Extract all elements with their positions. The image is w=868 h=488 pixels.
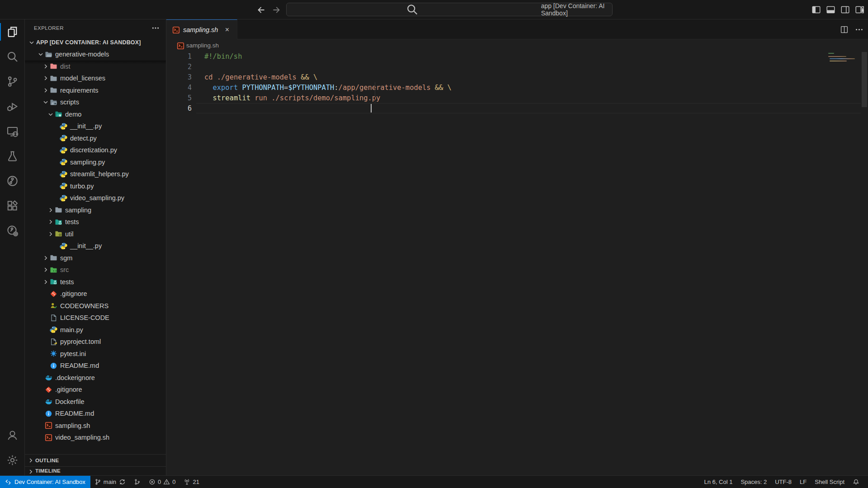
tree-file-codeowners[interactable]: CODEOWNERS bbox=[25, 300, 166, 312]
git-branch-status[interactable]: main bbox=[90, 476, 118, 488]
customize-layout-button[interactable] bbox=[855, 5, 864, 14]
tree-file--gitignore[interactable]: .gitignore bbox=[25, 288, 166, 300]
tree-file-main-py[interactable]: main.py bbox=[25, 324, 166, 336]
views-and-more-actions-button[interactable] bbox=[151, 24, 160, 32]
code-line-4[interactable]: 4 export PYTHONPATH=$PYTHONPATH:/app/gen… bbox=[166, 82, 868, 93]
chevron-down-icon bbox=[42, 99, 49, 106]
tree-folder-scripts[interactable]: scripts bbox=[25, 96, 166, 108]
activity-bar bbox=[0, 19, 25, 475]
tree-item-label: model_licenses bbox=[60, 75, 105, 82]
more-actions-icon[interactable] bbox=[855, 25, 863, 34]
tree-folder-tests[interactable]: tests bbox=[25, 276, 166, 288]
tree-folder-sampling[interactable]: sampling bbox=[25, 204, 166, 216]
notifications-bell[interactable] bbox=[849, 476, 863, 488]
code-editor[interactable]: 1#!/bin/sh23cd ./generative-models && \4… bbox=[166, 51, 868, 475]
tree-file-video-sampling-py[interactable]: video_sampling.py bbox=[25, 192, 166, 204]
tree-folder-util[interactable]: util bbox=[25, 228, 166, 240]
tree-file-license-code[interactable]: LICENSE-CODE bbox=[25, 312, 166, 324]
breadcrumb-file-item[interactable]: sampling.sh bbox=[186, 42, 219, 49]
git-sync-button[interactable] bbox=[118, 476, 130, 488]
tree-folder-dist[interactable]: dist bbox=[25, 61, 166, 73]
tree-file-dockerfile[interactable]: Dockerfile bbox=[25, 396, 166, 408]
tree-file-sampling-sh[interactable]: sampling.sh bbox=[25, 420, 166, 432]
activity-bar-item-settings[interactable] bbox=[0, 448, 24, 473]
tab-bar: sampling.sh × bbox=[166, 19, 868, 39]
tree-file--init-py[interactable]: __init__.py bbox=[25, 120, 166, 132]
remote-label: Dev Container: AI Sandbox bbox=[14, 479, 85, 485]
tree-file-readme-md[interactable]: README.md bbox=[25, 408, 166, 420]
activity-bar-item-accounts[interactable] bbox=[0, 423, 24, 448]
indent-guide bbox=[375, 82, 375, 103]
language-mode-status[interactable]: Shell Script bbox=[811, 476, 849, 488]
tree-file-turbo-py[interactable]: turbo.py bbox=[25, 180, 166, 192]
activity-bar-item-gitlens-inspect[interactable] bbox=[0, 218, 24, 243]
tree-file--dockerignore[interactable]: .dockerignore bbox=[25, 372, 166, 384]
tree-file-discretization-py[interactable]: discretization.py bbox=[25, 144, 166, 156]
shell-icon bbox=[45, 422, 52, 429]
tree-file-sampling-py[interactable]: sampling.py bbox=[25, 156, 166, 169]
tree-folder-sgm[interactable]: sgm bbox=[25, 252, 166, 264]
activity-bar-item-gitlens[interactable] bbox=[0, 169, 24, 193]
split-editor-icon[interactable] bbox=[840, 25, 849, 34]
command-center-search[interactable]: app [Dev Container: AI Sandbox] bbox=[286, 3, 613, 16]
tree-file-detect-py[interactable]: detect.py bbox=[25, 132, 166, 145]
forwarded-ports-status[interactable]: 21 bbox=[179, 476, 203, 488]
code-text: #!/bin/sh bbox=[192, 52, 242, 61]
code-line-3[interactable]: 3cd ./generative-models && \ bbox=[166, 72, 868, 82]
folder-open-gray-icon bbox=[45, 51, 52, 58]
code-line-6[interactable]: 6 bbox=[166, 103, 868, 113]
code-line-5[interactable]: 5 streamlit run ./scripts/demo/sampling.… bbox=[166, 93, 868, 103]
tree-file-streamlit-helpers-py[interactable]: streamlit_helpers.py bbox=[25, 168, 166, 180]
activity-bar-item-extensions[interactable] bbox=[0, 193, 24, 218]
tab-sampling-sh[interactable]: sampling.sh × bbox=[166, 19, 237, 39]
tree-item-label: dist bbox=[60, 63, 71, 70]
toggle-secondary-sidebar-button[interactable] bbox=[840, 5, 850, 14]
toggle-panel-button[interactable] bbox=[826, 5, 835, 14]
tree-file-pytest-ini[interactable]: pytest.ini bbox=[25, 348, 166, 360]
problems-status[interactable]: 0 0 bbox=[145, 476, 179, 488]
timeline-section-header[interactable]: TIMELINE bbox=[25, 466, 166, 475]
close-tab-icon[interactable]: × bbox=[222, 25, 231, 34]
activity-bar-item-search[interactable] bbox=[0, 44, 24, 69]
activity-bar-item-explorer[interactable] bbox=[0, 19, 24, 44]
tree-folder-model-licenses[interactable]: model_licenses bbox=[25, 72, 166, 84]
tree-folder-src[interactable]: src bbox=[25, 264, 166, 276]
tree-file-pyproject-toml[interactable]: pyproject.toml bbox=[25, 336, 166, 348]
tree-file-readme-md[interactable]: README.md bbox=[25, 360, 166, 372]
tree-folder-requirements[interactable]: requirements bbox=[25, 84, 166, 97]
activity-bar-item-source-control[interactable] bbox=[0, 69, 24, 94]
codeowners-icon bbox=[50, 302, 57, 310]
status-bar: Dev Container: AI Sandbox main 0 0 21 bbox=[0, 475, 868, 488]
remote-indicator[interactable]: Dev Container: AI Sandbox bbox=[0, 476, 90, 488]
eol-status[interactable]: LF bbox=[796, 476, 811, 488]
tree-item-label: sampling.py bbox=[70, 159, 105, 166]
tree-folder-tests[interactable]: tests bbox=[25, 216, 166, 228]
activity-bar-item-remote-explorer[interactable] bbox=[0, 119, 24, 144]
gitlens-status[interactable] bbox=[130, 476, 145, 488]
indentation-status[interactable]: Spaces: 2 bbox=[736, 476, 771, 488]
python-icon bbox=[60, 122, 67, 130]
back-arrow-button[interactable] bbox=[256, 5, 266, 15]
encoding-status[interactable]: UTF-8 bbox=[771, 476, 796, 488]
tree-file--gitignore[interactable]: .gitignore bbox=[25, 384, 166, 396]
workspace-root-row[interactable]: APP [DEV CONTAINER: AI SANDBOX] bbox=[25, 37, 166, 48]
account-icon bbox=[6, 429, 19, 441]
tree-file-video-sampling-sh[interactable]: video_sampling.sh bbox=[25, 432, 166, 444]
outline-section-header[interactable]: OUTLINE bbox=[25, 454, 166, 466]
tree-folder-generative-models[interactable]: generative-models bbox=[25, 48, 166, 61]
tree-item-label: .dockerignore bbox=[55, 374, 95, 381]
toggle-primary-sidebar-button[interactable] bbox=[811, 5, 821, 14]
editor-scrollbar[interactable] bbox=[862, 52, 867, 107]
warning-count: 0 bbox=[172, 479, 175, 485]
activity-bar-item-run-debug[interactable] bbox=[0, 94, 24, 119]
code-line-2[interactable]: 2 bbox=[166, 61, 868, 72]
command-center-label: app [Dev Container: AI Sandbox] bbox=[541, 2, 612, 17]
text-cursor bbox=[371, 104, 372, 113]
cursor-position-status[interactable]: Ln 6, Col 1 bbox=[700, 476, 737, 488]
code-line-1[interactable]: 1#!/bin/sh bbox=[166, 51, 868, 61]
minimap[interactable] bbox=[826, 51, 859, 114]
tree-file--init-py[interactable]: __init__.py bbox=[25, 240, 166, 252]
forward-arrow-button[interactable] bbox=[272, 5, 282, 15]
activity-bar-item-testing[interactable] bbox=[0, 144, 24, 169]
tree-folder-demo[interactable]: demo bbox=[25, 108, 166, 121]
